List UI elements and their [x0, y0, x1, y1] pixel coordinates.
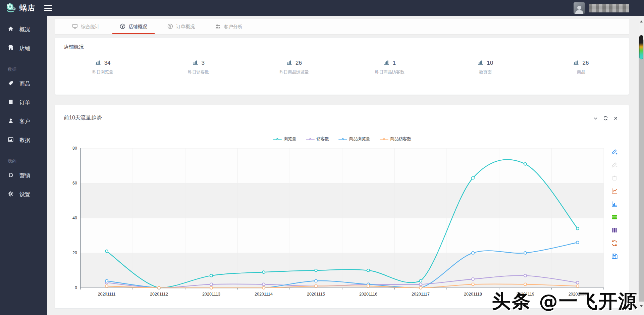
- bar-chart-type-icon[interactable]: [611, 200, 618, 208]
- svg-text:20201118: 20201118: [464, 292, 482, 297]
- legend-item-visitors[interactable]: 访客数: [306, 136, 329, 142]
- collapse-chevron-icon[interactable]: [593, 116, 598, 121]
- sidebar-item-overview[interactable]: 概况: [0, 20, 47, 39]
- scroll-up-arrow-icon[interactable]: [639, 19, 644, 24]
- svg-text:20: 20: [72, 251, 77, 255]
- save-image-icon[interactable]: [611, 253, 618, 260]
- chart-legend: 浏览量 访客数 商品浏览量 商品访客数: [80, 136, 604, 142]
- trend-line-chart: 0204060802020111120201112202011132020111…: [55, 105, 630, 309]
- legend-item-pageviews[interactable]: 浏览量: [273, 136, 297, 142]
- gear-icon: [8, 191, 14, 198]
- yen-circle-icon: [167, 23, 173, 30]
- chart-toolbox: [611, 148, 618, 260]
- brand-name: 蜗店: [19, 3, 36, 13]
- svg-text:20201116: 20201116: [359, 292, 377, 297]
- card-title: 店铺概况: [55, 38, 629, 50]
- svg-text:80: 80: [72, 146, 77, 151]
- bar-stat-icon: [384, 59, 389, 66]
- legend-marker-icon: [273, 137, 282, 141]
- area-chart-icon: [8, 137, 14, 144]
- snail-logo-icon: [5, 2, 17, 14]
- sidebar-item-customers[interactable]: 客户: [0, 112, 47, 131]
- vertical-scrollbar[interactable]: [639, 16, 644, 315]
- sidebar-item-settings[interactable]: 设置: [0, 185, 47, 204]
- customer-icon: [8, 118, 14, 125]
- mark-clear-trash-icon[interactable]: [611, 174, 618, 181]
- watermark-text: 头条 @一飞开源: [492, 289, 638, 314]
- tab-customer-analysis[interactable]: 客户分析: [205, 19, 253, 34]
- svg-text:20201111: 20201111: [98, 292, 116, 297]
- customers-icon: [215, 23, 221, 30]
- refresh-icon[interactable]: [603, 116, 608, 121]
- top-header: 蜗店: [0, 0, 644, 16]
- stats-row: 34 昨日浏览量 3 昨日访客数 26 昨日商品浏览量: [55, 59, 629, 75]
- sidebar-section-mine: 我的: [0, 150, 47, 166]
- app-logo[interactable]: 蜗店: [5, 2, 36, 14]
- svg-text:20201114: 20201114: [255, 292, 273, 297]
- sidebar-item-marketing[interactable]: 营销: [0, 166, 47, 185]
- stat-micro-pages: 10 微页面: [438, 59, 533, 75]
- puzzle-icon: [8, 172, 14, 179]
- svg-text:0: 0: [75, 285, 77, 290]
- bar-stat-icon: [95, 59, 101, 66]
- legend-marker-icon: [306, 137, 315, 141]
- bar-stat-icon: [193, 59, 198, 66]
- bar-stat-icon: [478, 59, 483, 66]
- scrollbar-thumb[interactable]: [639, 35, 643, 59]
- svg-text:20201112: 20201112: [150, 292, 168, 297]
- stat-products: 26 商品: [533, 59, 629, 75]
- tag-icon: [8, 80, 14, 88]
- card-controls: [593, 116, 618, 121]
- user-menu[interactable]: [574, 2, 629, 14]
- legend-item-product-pageviews[interactable]: 商品浏览量: [338, 136, 370, 142]
- mark-pencil-undo-icon[interactable]: [611, 161, 618, 168]
- close-icon[interactable]: [613, 116, 618, 121]
- shop-icon: [8, 45, 14, 52]
- main-content: 综合统计 店铺概况 订单概况: [47, 16, 644, 315]
- sidebar-nav: 概况 店铺 数据 商品 订单: [0, 16, 47, 315]
- sidebar-item-goods[interactable]: 商品: [0, 74, 47, 93]
- stat-yesterday-visitors: 3 昨日访客数: [151, 59, 246, 75]
- tiled-icon[interactable]: [611, 226, 618, 234]
- stat-yesterday-product-visitors: 1 昨日商品访客数: [342, 59, 438, 75]
- traffic-trend-card: 前10天流量趋势 浏览量 访客数: [55, 105, 629, 309]
- legend-marker-icon: [338, 137, 347, 141]
- tab-overall-stats[interactable]: 综合统计: [62, 19, 110, 34]
- censored-username: [589, 4, 629, 12]
- bar-stat-icon: [286, 59, 292, 66]
- legend-item-product-visitors[interactable]: 商品访客数: [380, 136, 412, 142]
- tab-order-overview[interactable]: 订单概况: [157, 19, 205, 34]
- svg-text:20201115: 20201115: [307, 292, 325, 297]
- stats-tabbar: 综合统计 店铺概况 订单概况: [55, 19, 629, 35]
- order-icon: [8, 99, 14, 106]
- sidebar-item-shop[interactable]: 店铺: [0, 39, 47, 58]
- avatar[interactable]: [574, 2, 585, 14]
- svg-text:40: 40: [72, 216, 77, 220]
- sidebar-section-data: 数据: [0, 58, 47, 74]
- monitor-icon: [72, 23, 78, 30]
- sidebar-item-data[interactable]: 数据: [0, 131, 47, 150]
- home-icon: [8, 26, 14, 33]
- sidebar-item-orders[interactable]: 订单: [0, 93, 47, 112]
- svg-text:20201113: 20201113: [202, 292, 220, 297]
- scroll-down-arrow-icon[interactable]: [639, 304, 644, 309]
- yen-circle-icon: [120, 23, 125, 30]
- svg-text:60: 60: [72, 181, 77, 186]
- hamburger-icon[interactable]: [44, 5, 52, 11]
- shop-overview-card: 店铺概况 34 昨日浏览量 3 昨日访客数 26: [55, 37, 629, 95]
- stat-yesterday-pageviews: 34 昨日浏览量: [55, 59, 151, 75]
- bar-stat-icon: [573, 59, 579, 66]
- stack-icon[interactable]: [611, 213, 618, 221]
- tab-shop-overview[interactable]: 店铺概况: [110, 19, 157, 34]
- scrollbar-track[interactable]: [639, 40, 644, 302]
- mark-pencil-add-icon[interactable]: [611, 148, 618, 155]
- line-chart-type-icon[interactable]: [611, 187, 618, 195]
- stat-yesterday-product-pageviews: 26 昨日商品浏览量: [246, 59, 342, 75]
- restore-icon[interactable]: [611, 240, 618, 247]
- legend-marker-icon: [380, 137, 388, 141]
- svg-text:20201117: 20201117: [412, 292, 430, 297]
